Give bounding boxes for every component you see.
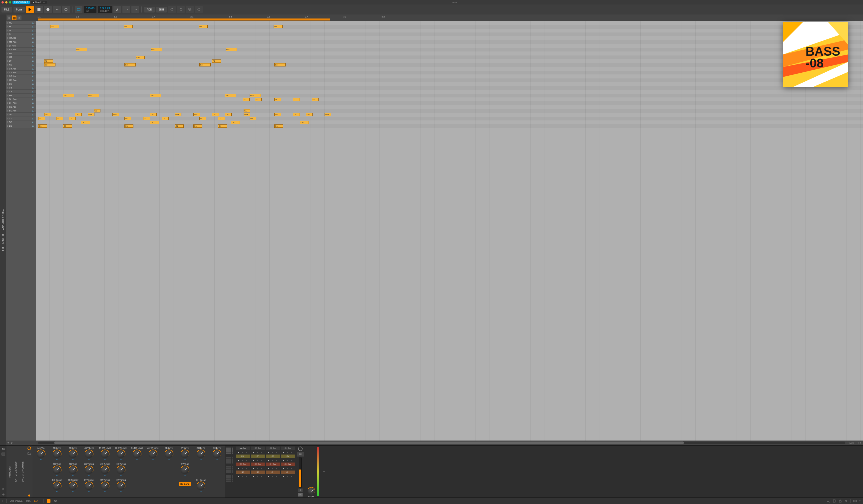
note-clip[interactable]: D1 <box>250 117 257 120</box>
note-clip[interactable]: D1 <box>69 117 76 120</box>
knob[interactable] <box>101 482 109 490</box>
cell-mute-button[interactable]: M <box>276 452 277 453</box>
knob-cell[interactable]: SD Tone●→ <box>65 462 81 478</box>
knob-cell[interactable]: CY Long <box>177 478 193 494</box>
track-row[interactable]: 1OH🔈 <box>6 113 36 116</box>
knob-cell[interactable]: CY Level●→ <box>177 446 193 462</box>
cell-mute-button[interactable]: M <box>246 459 247 461</box>
track-row[interactable]: 1CY Acc🔈 <box>6 67 36 71</box>
speaker-icon[interactable]: 🔈 <box>32 121 35 124</box>
cell-mute-button[interactable]: M <box>276 476 277 477</box>
pan-knob[interactable] <box>298 446 303 451</box>
empty-cell[interactable]: + <box>129 462 145 478</box>
edit-tab[interactable]: EDIT <box>34 500 40 502</box>
maximize-window-icon[interactable] <box>9 1 11 3</box>
track-row[interactable]: 1CP🔈 <box>6 90 36 93</box>
folder-icon[interactable] <box>27 452 31 455</box>
note-clip[interactable]: D1 <box>199 117 206 120</box>
knob-cell[interactable]: OH Level●→ <box>193 446 209 462</box>
track-row[interactable]: 1SD🔈 <box>6 121 36 124</box>
drum-cell-header[interactable]: CY <box>281 455 295 458</box>
note-clip[interactable]: D#1 <box>212 113 219 116</box>
track-row[interactable]: 1CY🔈 <box>6 82 36 86</box>
note-clip[interactable]: F#2 <box>136 56 145 59</box>
knob-cell[interactable]: CY Tone●→ <box>177 462 193 478</box>
cell-solo-button[interactable]: S <box>242 452 243 453</box>
empty-cell[interactable]: + <box>129 478 145 494</box>
drum-cell-header[interactable]: CB <box>266 455 280 458</box>
note-clip[interactable]: E2 <box>124 63 136 66</box>
note-grid[interactable]: 1.11.21.31.42.12.22.32.43.13.2 D3D3D3D3G… <box>36 14 863 445</box>
knob-cell[interactable]: LC Tuning●→ <box>81 462 97 478</box>
note-clip[interactable]: D1 <box>56 117 63 120</box>
note-clip[interactable]: D#1 <box>243 113 250 116</box>
speaker-icon[interactable]: 🔈 <box>32 75 35 77</box>
scrollbar-thumb[interactable] <box>54 442 684 444</box>
cell-mute-button[interactable]: M <box>291 459 292 461</box>
speaker-icon[interactable]: 🔈 <box>32 106 35 108</box>
drum-cell-header[interactable]: CB Acc <box>266 446 280 450</box>
speaker-icon[interactable]: 🔈 <box>32 90 35 93</box>
knob[interactable] <box>117 450 125 458</box>
drum-cell-header[interactable]: CY Acc <box>281 446 295 450</box>
note-clip[interactable]: C1 <box>218 124 227 128</box>
cell-play-button[interactable]: ▸ <box>253 459 254 461</box>
list-view-button[interactable]: ≡ <box>7 15 12 20</box>
cell-solo-button[interactable]: S <box>257 452 258 453</box>
track-row[interactable]: 1MT🔈 <box>6 55 36 59</box>
cell-play-button[interactable]: ▸ <box>283 467 284 469</box>
tempo-display[interactable]: 125.00 4/4 <box>84 6 97 13</box>
note-clip[interactable]: D#1 <box>175 113 182 116</box>
tab-close-icon[interactable]: × <box>43 1 45 3</box>
knob-cell[interactable]: CH Level●→ <box>209 446 225 462</box>
empty-cell[interactable]: + <box>145 478 161 494</box>
note-clip[interactable]: G1 <box>312 98 318 101</box>
track-row[interactable]: 1RS🔈 <box>6 63 36 67</box>
speaker-icon[interactable]: 🔈 <box>32 41 35 43</box>
track-row[interactable]: 1MC🔈 <box>6 25 36 28</box>
knob-cell[interactable]: OH Decay●→ <box>193 478 209 494</box>
note-clip[interactable]: C#1 <box>150 121 159 124</box>
mixer-icon[interactable] <box>54 499 58 503</box>
knob-cell[interactable]: M C/T Level●→ <box>97 446 113 462</box>
note-clip[interactable]: D3 <box>199 25 208 28</box>
note-clip[interactable]: E1 <box>94 109 100 112</box>
cell-solo-button[interactable]: S <box>287 476 288 477</box>
cell-play-button[interactable]: ▸ <box>253 467 254 469</box>
cell-mute-button[interactable]: M <box>246 476 247 477</box>
drum-cell-header[interactable]: SD Acc <box>251 463 265 466</box>
cell-solo-button[interactable]: S <box>242 476 243 477</box>
pad-page-1[interactable] <box>226 448 234 454</box>
note-clip[interactable]: D#1 <box>112 113 119 116</box>
cell-play-button[interactable]: ▸ <box>268 467 269 469</box>
drum-cell-header[interactable]: CP Acc <box>251 446 265 450</box>
drum-cell-header[interactable]: CH <box>266 470 280 474</box>
track-row[interactable]: 1RS Acc🔈 <box>6 48 36 51</box>
zoom-controls-icon[interactable]: ⟷ <box>856 442 863 444</box>
speaker-icon[interactable]: 🔈 <box>32 117 35 120</box>
cell-play-button[interactable]: ▸ <box>238 467 239 469</box>
speaker-icon[interactable]: 🔈 <box>32 45 35 47</box>
cell-mute-button[interactable]: M <box>291 467 292 469</box>
note-clip[interactable]: C1 <box>274 124 283 128</box>
note-clip[interactable]: G#2 <box>151 48 162 51</box>
position-display[interactable]: 1.3.2.23 0:01.107 <box>98 6 112 13</box>
punch-button[interactable] <box>122 6 130 13</box>
note-clip[interactable]: D#1 <box>306 113 313 116</box>
knob-cell[interactable]: HC Tuning●→ <box>113 462 129 478</box>
device-label-strip-2[interactable]: DRUM MACHINE <box>20 445 26 497</box>
speaker-icon[interactable]: 🔈 <box>32 87 35 89</box>
note-clip[interactable]: G#2 <box>76 48 87 51</box>
speaker-icon[interactable]: 🔈 <box>32 33 35 36</box>
grid-view-button[interactable]: ▦ <box>12 15 16 20</box>
loop-toggle-button[interactable] <box>75 6 83 13</box>
note-clip[interactable]: G#1 <box>225 94 236 97</box>
cell-play-button[interactable]: ▸ <box>238 475 239 477</box>
track-row[interactable]: 1LT Acc🔈 <box>6 44 36 48</box>
note-clip[interactable]: C#1 <box>300 121 309 124</box>
piano-icon[interactable] <box>1 452 5 456</box>
track-row[interactable]: 1BD Acc🔈 <box>6 109 36 113</box>
cell-solo-button[interactable]: S <box>257 476 258 477</box>
knob-cell[interactable]: BD Decay●→ <box>49 478 65 494</box>
solo-toggle[interactable]: S <box>298 489 303 492</box>
